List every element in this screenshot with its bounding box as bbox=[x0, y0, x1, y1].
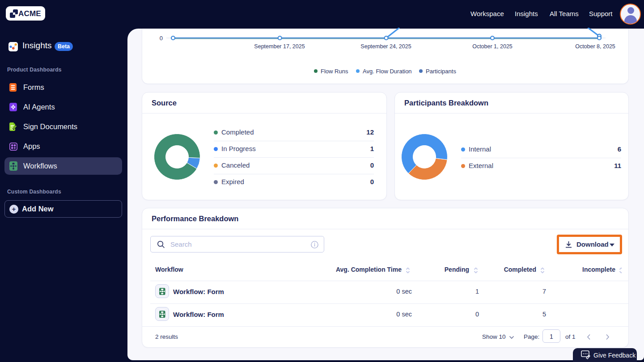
svg-text:0: 0 bbox=[160, 35, 163, 42]
